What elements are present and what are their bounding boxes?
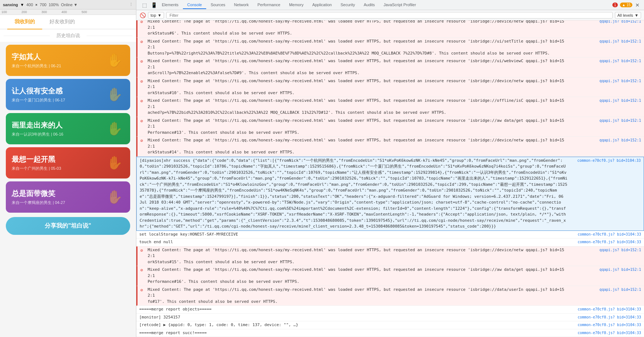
log-line: ⊘ Mixed Content: The page at 'https://ti… — [136, 57, 644, 77]
log-source[interactable]: qqapi.js? bid=152:1 — [568, 78, 641, 84]
log-line: ⊘ Mixed Content: The page at 'https://ti… — [136, 246, 644, 266]
error-icon: ⊘ — [140, 20, 146, 25]
log-text: [monitor] 3254157 — [139, 314, 568, 321]
log-source[interactable]: common-e70cf0.js? bid=3104:33 — [568, 314, 641, 320]
log-line: ⊘ Mixed Content: The page at 'https://ti… — [136, 266, 644, 286]
tab-friend-received[interactable]: 好友收到的 — [42, 15, 82, 29]
error-badge: 1 — [612, 3, 618, 7]
devtools-inspect-icon[interactable]: ⬚ — [141, 1, 148, 9]
card-2-icon: ✋ — [107, 87, 123, 102]
error-icon: ⊘ — [140, 287, 146, 293]
viewport-height: 700 — [40, 3, 46, 7]
tab-security[interactable]: Security — [336, 1, 359, 9]
app-content: 我收到的 好友收到的 历史坦白说 字如其人 来自一个杭州的男生 | 06-21 … — [0, 15, 136, 337]
horizontal-ruler: 100 200 300 400 500 — [0, 9, 136, 15]
share-button[interactable]: 分享我的"坦白说" — [6, 217, 130, 235]
cards-list: 字如其人 来自一个杭州的男生 | 06-21 ✋ 让人很有安全感 来自一个厦门口… — [0, 42, 136, 337]
log-text: touch end null — [139, 239, 568, 245]
tab-elements[interactable]: Elements — [157, 1, 183, 9]
error-icon: ⊘ — [140, 247, 146, 254]
log-source[interactable]: qqapi.js? bid=152:1 — [568, 58, 641, 64]
log-text: Mixed Content: The page at 'https://ti.q… — [148, 247, 568, 265]
log-text: Mixed Content: The page at 'https://ti.q… — [148, 118, 568, 136]
log-level-selector[interactable]: All levels ▼ — [615, 12, 641, 19]
browser-toolbar: sanxing ▼ 400 × 700 100% Online ▼ ⋮ — [0, 0, 136, 9]
log-line: ⊘ Mixed Content: The page at 'https://ti… — [136, 286, 644, 306]
card-3-icon: ✋ — [107, 121, 123, 136]
card-1-icon: ✋ — [107, 53, 123, 68]
size-separator: × — [35, 3, 37, 7]
tab-network[interactable]: Network — [230, 1, 253, 9]
log-text: [diyaxios]xhr success {"data":{"code":0,… — [140, 158, 568, 230]
console-filter-input[interactable] — [166, 12, 613, 19]
app-tabs: 我收到的 好友收到的 — [0, 15, 136, 29]
log-line: [retcode] ▶ {appid: 0, type: 1, code: 0,… — [136, 321, 644, 329]
log-source[interactable]: qqapi.js? bid=152:1 — [568, 267, 641, 272]
toolbar-separator: ▼ — [20, 3, 24, 7]
log-line: =====merge report succ!===== common-e70c… — [136, 329, 644, 337]
log-text: Mixed Content: The page at 'https://ti.q… — [148, 58, 568, 76]
log-source[interactable]: qqapi.js? bid=152:1 — [568, 287, 641, 292]
error-icon: ⊘ — [140, 58, 146, 65]
toolbar-actions: ⋮ — [129, 2, 133, 7]
warning-badge: ▲ 15 — [620, 3, 632, 7]
log-text: Mixed Content: The page at 'https://ti.q… — [148, 39, 568, 57]
log-source[interactable]: qqapi.js? bid=152:1 — [568, 247, 641, 253]
log-line: [diyaxios]xhr success {"data":{"code":0,… — [136, 157, 644, 231]
card-4[interactable]: 最想一起开黑 来自一个广州的男生 | 05-03 ✋ — [6, 147, 130, 178]
log-line: ⊘ Mixed Content: The page at 'https://ti… — [136, 20, 644, 38]
log-text: Mixed Content: The page at 'https://ti.q… — [148, 267, 568, 285]
log-line: touch end null common-e70cf0.js? bid=310… — [136, 238, 644, 246]
error-icon: ⊘ — [140, 137, 146, 144]
tab-audits[interactable]: Audits — [359, 1, 379, 9]
error-icon: ⊘ — [140, 98, 146, 104]
devtools-device-icon[interactable]: 📱 — [150, 1, 157, 9]
network-status: Online ▼ — [61, 3, 78, 7]
log-source[interactable]: qqapi.js? bid=152:1 — [568, 39, 641, 44]
log-line: ⊘ Mixed Content: The page at 'https://ti… — [136, 97, 644, 117]
log-source[interactable]: common-e70cf0.js? bid=3104:33 — [568, 330, 641, 336]
card-1[interactable]: 字如其人 来自一个杭州的男生 | 06-21 ✋ — [6, 45, 130, 76]
log-text: =====merge report objects===== — [139, 306, 568, 313]
tab-sources[interactable]: Sources — [206, 1, 229, 9]
error-icon: ⊘ — [140, 78, 146, 85]
log-source[interactable]: qqapi.js? bid=152:1 — [568, 20, 641, 24]
context-selector[interactable]: top ▼ — [148, 12, 164, 19]
error-icon: ⊘ — [140, 267, 146, 273]
log-text: Mixed Content: The page at 'https://ti.q… — [148, 98, 568, 116]
log-text: Mixed Content: The page at 'https://ti.q… — [148, 78, 568, 96]
log-line: ⊘ Mixed Content: The page at 'https://ti… — [136, 38, 644, 58]
log-source[interactable]: qqapi.js? bid=152:1 — [568, 118, 641, 123]
error-icon: ⊘ — [140, 39, 146, 45]
log-text: =====merge report succ!===== — [139, 330, 568, 336]
card-4-icon: ✋ — [107, 155, 123, 170]
tab-performance[interactable]: Performance — [253, 1, 285, 9]
tab-application[interactable]: Application — [308, 1, 336, 9]
tab-js-profiler[interactable]: JavaScript Profiler — [379, 1, 420, 9]
zoom-level: 100% — [49, 3, 59, 7]
console-clear-button[interactable]: 🚫 — [139, 12, 146, 19]
log-source[interactable]: qqapi.js? bid=152:1 — [568, 137, 641, 143]
site-name: sanxing — [3, 3, 18, 7]
log-source[interactable]: qqapi.js? bid=152:1 — [568, 98, 641, 103]
log-source[interactable]: common-e70cf0.js? bid=3104:33 — [568, 306, 641, 312]
devtools-close-icon[interactable]: ✕ — [634, 1, 641, 9]
log-source[interactable]: common-e70cf0.js? bid=3104:33 — [568, 158, 641, 163]
log-source[interactable]: common-e70cf0.js? bid=3104:33 — [568, 239, 641, 245]
viewport-width: 400 — [26, 3, 33, 7]
tab-memory[interactable]: Memory — [285, 1, 308, 9]
log-line: ⊘ Mixed Content: The page at 'https://ti… — [136, 77, 644, 97]
console-toolbar: 🚫 top ▼ All levels ▼ — [136, 10, 644, 20]
log-text: set localStorage key:HONEST-SAY-MYRECEIV… — [139, 232, 568, 238]
tab-console[interactable]: Console — [183, 1, 206, 9]
log-source[interactable]: common-e70cf0.js? bid=3104:33 — [568, 232, 641, 237]
card-3[interactable]: 画里走出来的人 来自一认识3年的男生 | 06-16 ✋ — [6, 113, 130, 144]
tab-received[interactable]: 我收到的 — [7, 15, 42, 29]
card-5[interactable]: 总是面带微笑 来自一个摩羯座的男生 | 04-27 ✋ — [6, 181, 130, 213]
devtools-right-controls: 1 ▲ 15 ✕ — [611, 1, 641, 9]
log-source[interactable]: common-e70cf0.js? bid=3104:33 — [568, 322, 641, 328]
card-2[interactable]: 让人很有安全感 来自一个厦门口的男生 | 06-17 ✋ — [6, 79, 130, 110]
card-5-icon: ✋ — [107, 189, 123, 205]
log-line: ⊘ Mixed Content: The page at 'https://ti… — [136, 137, 644, 157]
devtools-control-icons: ⬚ 📱 — [141, 1, 157, 9]
